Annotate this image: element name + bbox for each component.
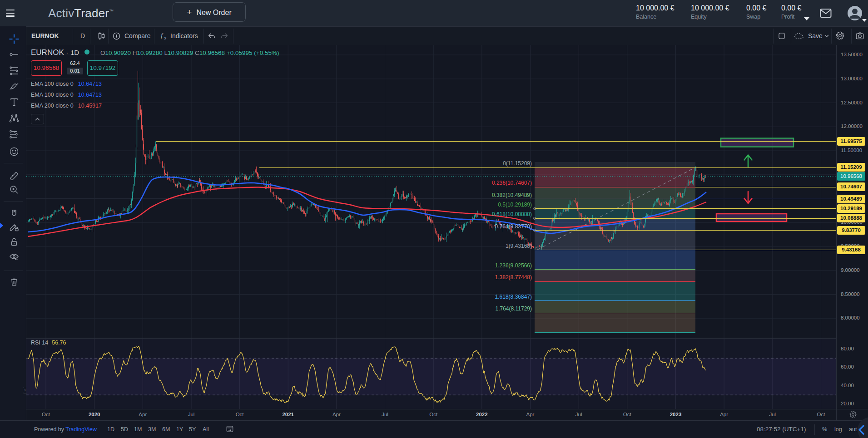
svg-text:0.5(10.29189): 0.5(10.29189) (498, 202, 532, 208)
svg-text:0.618(10.08888): 0.618(10.08888) (492, 211, 532, 217)
svg-text:1.382(8.77448): 1.382(8.77448) (495, 274, 532, 281)
svg-text:0(11.15209): 0(11.15209) (503, 160, 532, 167)
svg-text:1.764(8.11729): 1.764(8.11729) (495, 305, 532, 312)
svg-text:f: f (161, 32, 164, 39)
svg-text:1.236(9.02566): 1.236(9.02566) (495, 262, 532, 269)
svg-text:1(9.43168): 1(9.43168) (506, 243, 532, 249)
svg-text:0.382(10.49489): 0.382(10.49489) (492, 192, 532, 198)
svg-text:1.618(8.36847): 1.618(8.36847) (495, 294, 532, 300)
svg-text:0.236(10.74607): 0.236(10.74607) (492, 180, 532, 186)
svg-text:0.764(9.83770): 0.764(9.83770) (495, 223, 532, 230)
svg-text:x: x (164, 36, 167, 40)
